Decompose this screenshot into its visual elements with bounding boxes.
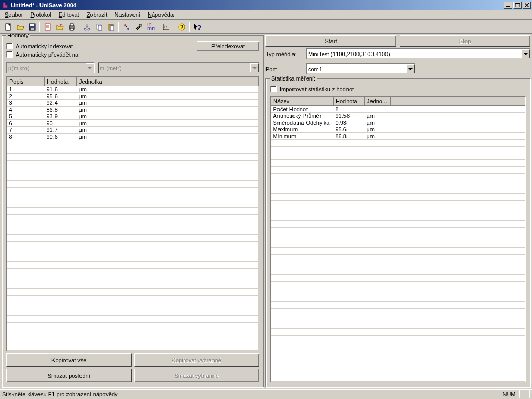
table-row[interactable] (7, 147, 259, 154)
table-row[interactable] (7, 296, 259, 302)
menu-editovat[interactable]: Editovat (55, 10, 83, 19)
table-row[interactable]: 890.6µm (7, 134, 259, 140)
menu-protokol[interactable]: Protokol (26, 10, 55, 19)
table-row[interactable]: 191.6µm (7, 86, 259, 93)
table-row[interactable] (271, 160, 525, 167)
open-icon[interactable] (14, 21, 26, 33)
table-row[interactable] (7, 174, 259, 181)
table-row[interactable] (7, 208, 259, 215)
table-row[interactable] (271, 315, 525, 322)
reindex-button[interactable]: Přeindexovat (197, 41, 259, 51)
table-row[interactable] (271, 295, 525, 302)
table-row[interactable] (271, 194, 525, 201)
port-combo[interactable]: com1 (306, 63, 415, 74)
table-row[interactable] (271, 329, 525, 336)
table-row[interactable] (7, 262, 259, 269)
table-row[interactable] (271, 268, 525, 275)
menu-nastavení[interactable]: Nastavení (111, 10, 144, 19)
table-row[interactable] (271, 201, 525, 207)
column-header[interactable]: Jednotka (77, 77, 108, 86)
column-header[interactable]: Jedno... (365, 97, 391, 106)
table-row[interactable]: 486.8µm (7, 107, 259, 113)
export-icon[interactable] (54, 21, 65, 33)
menu-nápověda[interactable]: Nápověda (144, 10, 177, 19)
table-row[interactable]: Směrodatná Odchylka0.93µm (271, 119, 525, 126)
table-row[interactable] (7, 309, 259, 316)
chart-icon[interactable] (160, 21, 172, 33)
table-row[interactable] (7, 323, 259, 329)
table-row[interactable]: Maximum95.6µm (271, 126, 525, 133)
auto-convert-checkbox[interactable] (6, 51, 13, 58)
table-row[interactable] (271, 241, 525, 248)
save-icon[interactable] (26, 21, 38, 33)
new-icon[interactable] (2, 21, 14, 33)
table-row[interactable] (7, 242, 259, 248)
table-row[interactable]: Aritmetický Průměr91.58µm (271, 113, 525, 119)
print-icon[interactable] (65, 21, 77, 33)
table-row[interactable] (271, 234, 525, 241)
table-row[interactable] (271, 322, 525, 329)
minimize-button[interactable] (504, 2, 512, 9)
settings-icon[interactable] (132, 21, 144, 33)
stats-grid[interactable]: NázevHodnotaJedno... Počet Hodnot8Aritme… (270, 96, 526, 382)
table-row[interactable]: Počet Hodnot8 (271, 106, 525, 113)
delete-selected-button[interactable]: Smazat vybranné (134, 369, 260, 382)
column-header[interactable]: Název (271, 97, 334, 106)
column-header[interactable]: Hodnota (334, 97, 365, 106)
device-combo[interactable]: MiniTest (1100,2100,3100,4100) (306, 48, 530, 59)
table-row[interactable] (7, 255, 259, 262)
start-button[interactable]: Start (265, 35, 396, 47)
table-row[interactable] (271, 167, 525, 174)
table-row[interactable] (271, 187, 525, 194)
table-row[interactable] (271, 288, 525, 295)
table-row[interactable] (7, 248, 259, 255)
copy-icon[interactable] (93, 21, 105, 33)
table-row[interactable] (7, 201, 259, 208)
table-row[interactable] (271, 153, 525, 160)
column-header[interactable]: Popis (7, 77, 45, 86)
copy-all-button[interactable]: Kopírovat vše (6, 353, 132, 367)
table-row[interactable]: 392.4µm (7, 100, 259, 107)
table-row[interactable] (7, 221, 259, 228)
table-row[interactable] (271, 282, 525, 288)
close-button[interactable] (523, 2, 531, 9)
table-row[interactable]: Minimum86.8µm (271, 133, 525, 140)
table-row[interactable] (271, 342, 525, 349)
table-row[interactable] (7, 269, 259, 275)
table-row[interactable] (7, 282, 259, 289)
table-row[interactable] (271, 275, 525, 282)
table-row[interactable] (271, 228, 525, 234)
table-row[interactable] (7, 235, 259, 242)
column-header[interactable]: Hodnota (45, 77, 77, 86)
table-row[interactable] (7, 194, 259, 201)
table-row[interactable] (7, 228, 259, 235)
context-help-icon[interactable]: ? (191, 21, 203, 33)
table-row[interactable] (7, 289, 259, 296)
table-row[interactable] (7, 329, 259, 336)
units-icon[interactable]: inmm (144, 21, 156, 33)
paste-icon[interactable] (105, 21, 117, 33)
protocol-icon[interactable] (42, 21, 54, 33)
maximize-button[interactable] (513, 2, 522, 9)
import-stats-checkbox[interactable] (270, 86, 277, 92)
cut-icon[interactable] (81, 21, 93, 33)
help-icon[interactable]: ? (176, 21, 188, 33)
table-row[interactable]: 791.7µm (7, 127, 259, 134)
connect-icon[interactable] (121, 21, 132, 33)
table-row[interactable]: 690µm (7, 120, 259, 127)
table-row[interactable] (271, 336, 525, 342)
table-row[interactable] (271, 309, 525, 315)
table-row[interactable] (7, 275, 259, 282)
table-row[interactable] (271, 140, 525, 147)
table-row[interactable] (7, 140, 259, 147)
values-grid[interactable]: PopisHodnotaJednotka 191.6µm295.6µm392.4… (6, 76, 259, 351)
auto-index-checkbox[interactable] (6, 43, 13, 49)
table-row[interactable] (271, 248, 525, 255)
table-row[interactable] (271, 174, 525, 180)
table-row[interactable] (7, 181, 259, 188)
table-row[interactable] (271, 221, 525, 228)
table-row[interactable] (271, 261, 525, 268)
table-row[interactable] (7, 167, 259, 174)
menu-soubor[interactable]: Soubor (1, 10, 26, 19)
table-row[interactable] (7, 316, 259, 323)
